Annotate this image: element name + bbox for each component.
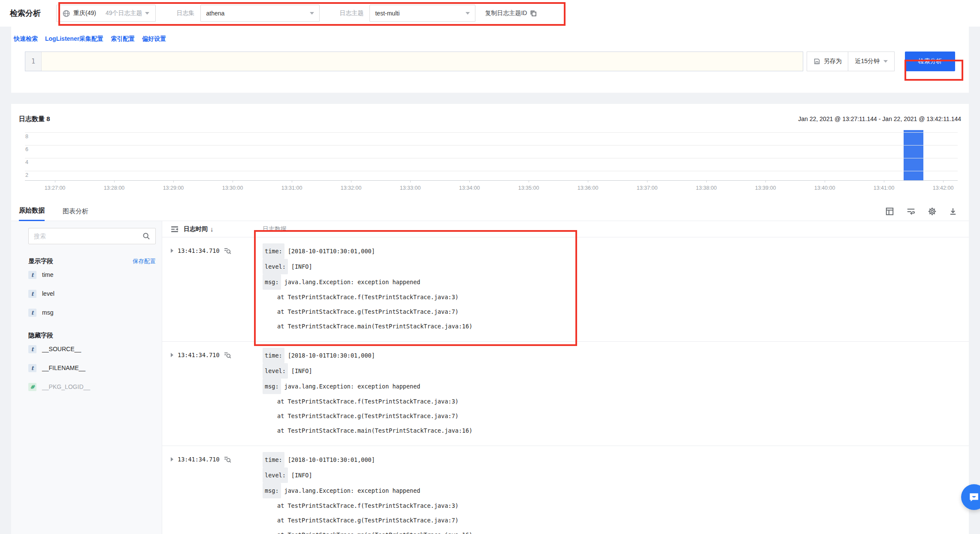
log-timestamp: 13:41:34.710: [178, 456, 220, 463]
x-axis-tick: [55, 180, 55, 182]
link-quick-search[interactable]: 快速检索: [14, 35, 38, 43]
x-axis-tick-label: 13:27:00: [45, 185, 66, 191]
text-field-icon: t: [28, 290, 36, 298]
visible-fields-title: 显示字段: [28, 257, 53, 265]
field-search-box[interactable]: [28, 228, 156, 244]
field-key[interactable]: msg:: [263, 274, 281, 290]
sort-desc-icon[interactable]: ↓: [210, 225, 214, 233]
field-item-source[interactable]: t __SOURCE__: [28, 340, 156, 358]
quick-links: 快速检索 LogListener采集配置 索引配置 偏好设置: [14, 35, 955, 43]
link-preference[interactable]: 偏好设置: [142, 35, 166, 43]
field-value: [INFO]: [291, 364, 312, 378]
number-field-icon: #: [28, 383, 36, 391]
save-config-link[interactable]: 保存配置: [133, 258, 156, 265]
download-icon[interactable]: [949, 207, 957, 215]
log-data-cell[interactable]: time:[2018-10-01T10:30:01,000] level:[IN…: [263, 243, 969, 334]
log-data-cell[interactable]: time:[2018-10-01T10:30:01,000] level:[IN…: [263, 348, 969, 438]
field-key[interactable]: msg:: [263, 483, 281, 498]
gridline: [25, 132, 958, 133]
logset-select[interactable]: athena: [200, 5, 320, 22]
time-range-dropdown[interactable]: 近15分钟: [848, 52, 894, 71]
field-item-msg[interactable]: t msg: [28, 303, 156, 322]
log-count-title: 日志数量 8: [19, 115, 50, 123]
field-key[interactable]: level:: [263, 467, 288, 483]
expand-caret-icon[interactable]: [171, 457, 173, 461]
x-axis-tick-label: 13:30:00: [222, 185, 243, 191]
time-column-header[interactable]: 日志时间: [184, 225, 208, 233]
log-timestamp: 13:41:34.710: [178, 247, 220, 254]
field-item-level[interactable]: t level: [28, 284, 156, 303]
x-axis-tick: [351, 180, 351, 182]
settings-gear-icon[interactable]: [928, 207, 936, 215]
x-axis-tick: [884, 180, 884, 182]
x-axis-tick-label: 13:28:00: [104, 185, 125, 191]
link-loglistener-config[interactable]: LogListener采集配置: [45, 35, 103, 43]
field-item-pkg-logid[interactable]: # __PKG_LOGID__: [28, 377, 156, 396]
data-column-header: 日志数据: [263, 225, 287, 233]
text-field-icon: t: [28, 309, 36, 317]
query-card: 快速检索 LogListener采集配置 索引配置 偏好设置 1 另存为 近15…: [11, 27, 969, 93]
field-search-input[interactable]: [34, 233, 142, 240]
y-axis-tick-label: 2: [25, 172, 28, 178]
x-axis-tick-label: 13:31:00: [281, 185, 302, 191]
log-timestamp: 13:41:34.710: [178, 352, 220, 358]
collapse-columns-icon[interactable]: [171, 226, 178, 233]
x-axis-tick-label: 13:41:00: [874, 185, 895, 191]
chat-bubble-icon: [968, 492, 980, 503]
query-input[interactable]: [42, 52, 803, 71]
results-card: 日志数量 8 Jan 22, 2021 @ 13:27:11.144 - Jan…: [11, 104, 969, 534]
chart-header: 日志数量 8 Jan 22, 2021 @ 13:27:11.144 - Jan…: [11, 115, 969, 123]
save-as-button[interactable]: 另存为: [807, 52, 848, 71]
line-wrap-icon[interactable]: [907, 207, 915, 215]
hidden-fields-title: 隐藏字段: [28, 331, 53, 340]
stack-trace-line: at TestPrintStackTrace.main(TestPrintSta…: [263, 319, 969, 334]
editor-line-number: 1: [25, 52, 42, 71]
region-selector[interactable]: 重庆(49) 49个日志主题: [56, 5, 156, 22]
topic-select[interactable]: test-multi: [369, 5, 475, 22]
text-field-icon: t: [28, 271, 36, 279]
y-axis-tick-label: 8: [25, 134, 28, 140]
field-key[interactable]: level:: [263, 363, 288, 379]
field-item-time[interactable]: t time: [28, 265, 156, 284]
log-row: 13:41:34.710 time:[2018-10-01T10:30:01,0…: [162, 237, 969, 342]
x-axis-tick-label: 13:42:00: [933, 185, 954, 191]
expand-caret-icon[interactable]: [171, 249, 173, 253]
y-axis-tick-label: 4: [25, 159, 28, 165]
context-search-icon[interactable]: [224, 352, 231, 359]
field-key[interactable]: time:: [263, 452, 284, 467]
x-axis-tick: [943, 180, 944, 182]
histogram-chart: 8642 13:27:0013:28:0013:29:0013:30:0013:…: [25, 130, 958, 194]
x-axis-tick-label: 13:39:00: [755, 185, 776, 191]
logset-label: 日志集: [176, 9, 194, 17]
search-analysis-button[interactable]: 检索分析: [905, 52, 955, 71]
topic-count-dropdown[interactable]: 49个日志主题: [106, 9, 150, 17]
x-axis-tick: [114, 180, 115, 182]
log-data-cell[interactable]: time:[2018-10-01T10:30:01,000] level:[IN…: [263, 452, 969, 534]
context-search-icon[interactable]: [224, 456, 231, 463]
x-axis-tick-label: 13:35:00: [518, 185, 539, 191]
gridline: [25, 145, 958, 146]
histogram-bar[interactable]: [904, 130, 923, 180]
field-item-filename[interactable]: t __FILENAME__: [28, 358, 156, 377]
field-key[interactable]: level:: [263, 259, 288, 274]
gridline: [25, 158, 958, 158]
query-editor[interactable]: 1: [25, 52, 803, 71]
field-key[interactable]: time:: [263, 243, 284, 259]
log-table-header: 日志时间 ↓ 日志数据: [162, 221, 969, 237]
result-toolbar: [886, 207, 957, 221]
context-search-icon[interactable]: [224, 247, 231, 255]
panel-layout-icon[interactable]: [886, 207, 894, 215]
field-key[interactable]: msg:: [263, 379, 281, 394]
x-axis-tick-label: 13:33:00: [400, 185, 421, 191]
field-value: [2018-10-01T10:30:01,000]: [288, 452, 375, 467]
text-field-icon: t: [28, 345, 36, 353]
chevron-down-icon: [466, 12, 470, 15]
copy-topic-id-button[interactable]: 复制日志主题ID: [485, 9, 537, 17]
tab-raw-data[interactable]: 原始数据: [19, 206, 45, 221]
field-key[interactable]: time:: [263, 348, 284, 363]
expand-caret-icon[interactable]: [171, 353, 173, 357]
tab-chart-analysis[interactable]: 图表分析: [63, 207, 88, 221]
link-index-config[interactable]: 索引配置: [111, 35, 135, 43]
stack-trace-line: at TestPrintStackTrace.main(TestPrintSta…: [263, 423, 969, 438]
copy-icon: [530, 10, 537, 17]
